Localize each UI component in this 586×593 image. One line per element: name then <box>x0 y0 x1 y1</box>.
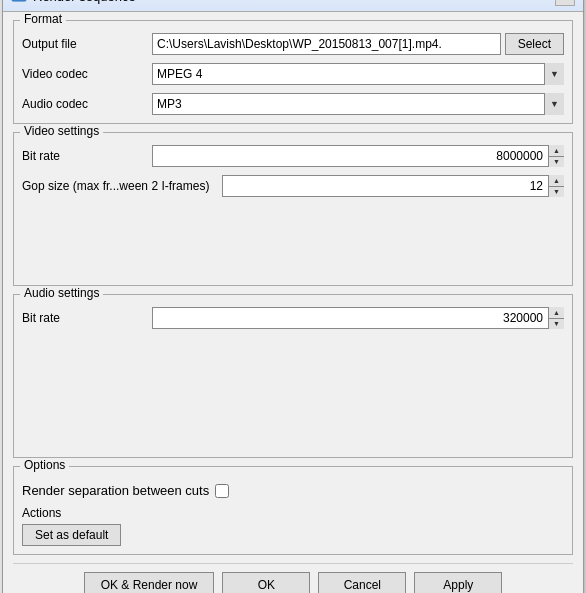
title-bar-left: Render sequence <box>11 0 136 4</box>
audio-bit-rate-label: Bit rate <box>22 311 152 325</box>
output-file-row: Output file Select <box>22 33 564 55</box>
content-area: Format Output file Select Video codec MP… <box>3 12 583 593</box>
apply-button[interactable]: Apply <box>414 572 502 593</box>
audio-settings-label: Audio settings <box>20 286 103 300</box>
video-bit-rate-spinner: ▲ ▼ <box>548 145 564 167</box>
select-button[interactable]: Select <box>505 33 564 55</box>
actions-label: Actions <box>22 506 564 520</box>
gop-size-up[interactable]: ▲ <box>549 175 564 187</box>
audio-codec-dropdown-wrap: MP3 ▼ <box>152 93 564 115</box>
audio-bit-rate-input[interactable] <box>152 307 564 329</box>
audio-bit-rate-wrap: ▲ ▼ <box>152 307 564 329</box>
window-title: Render sequence <box>33 0 136 4</box>
audio-settings-spacer <box>22 329 564 449</box>
video-bit-rate-label: Bit rate <box>22 149 152 163</box>
audio-codec-dropdown[interactable]: MP3 <box>152 93 564 115</box>
options-group: Options Render separation between cuts A… <box>13 466 573 555</box>
video-bit-rate-input[interactable] <box>152 145 564 167</box>
video-bit-rate-wrap: ▲ ▼ <box>152 145 564 167</box>
render-separation-checkbox[interactable] <box>215 484 229 498</box>
audio-bit-rate-up[interactable]: ▲ <box>549 307 564 319</box>
window-icon <box>11 0 27 4</box>
ok-button[interactable]: OK <box>222 572 310 593</box>
audio-bit-rate-row: Bit rate ▲ ▼ <box>22 307 564 329</box>
ok-render-button[interactable]: OK & Render now <box>84 572 215 593</box>
gop-size-label: Gop size (max fr...ween 2 I-frames) <box>22 179 222 193</box>
video-bit-rate-row: Bit rate ▲ ▼ <box>22 145 564 167</box>
video-codec-row: Video codec MPEG 4 ▼ <box>22 63 564 85</box>
format-group-label: Format <box>20 12 66 26</box>
video-settings-group: Video settings Bit rate ▲ ▼ Gop size (ma… <box>13 132 573 286</box>
output-file-input-wrap: Select <box>152 33 564 55</box>
gop-size-row: Gop size (max fr...ween 2 I-frames) ▲ ▼ <box>22 175 564 197</box>
video-codec-label: Video codec <box>22 67 152 81</box>
render-separation-row: Render separation between cuts <box>22 483 564 498</box>
output-file-label: Output file <box>22 37 152 51</box>
audio-bit-rate-down[interactable]: ▼ <box>549 319 564 330</box>
render-separation-label: Render separation between cuts <box>22 483 209 498</box>
output-file-input[interactable] <box>152 33 501 55</box>
gop-size-wrap: ▲ ▼ <box>222 175 564 197</box>
options-inner: Render separation between cuts Actions S… <box>22 471 564 546</box>
video-settings-spacer <box>22 197 564 277</box>
video-settings-label: Video settings <box>20 124 103 138</box>
title-bar: Render sequence ✕ <box>3 0 583 12</box>
render-sequence-window: Render sequence ✕ Format Output file Sel… <box>2 0 584 593</box>
set-as-default-button[interactable]: Set as default <box>22 524 121 546</box>
audio-codec-label: Audio codec <box>22 97 152 111</box>
footer-buttons: OK & Render now OK Cancel Apply <box>13 563 573 593</box>
audio-codec-row: Audio codec MP3 ▼ <box>22 93 564 115</box>
svg-rect-0 <box>12 0 26 1</box>
video-bit-rate-up[interactable]: ▲ <box>549 145 564 157</box>
close-button[interactable]: ✕ <box>555 0 575 6</box>
audio-settings-group: Audio settings Bit rate ▲ ▼ <box>13 294 573 458</box>
gop-size-input[interactable] <box>222 175 564 197</box>
audio-bit-rate-spinner: ▲ ▼ <box>548 307 564 329</box>
gop-size-spinner: ▲ ▼ <box>548 175 564 197</box>
options-label: Options <box>20 458 69 472</box>
video-codec-dropdown-wrap: MPEG 4 ▼ <box>152 63 564 85</box>
video-codec-dropdown[interactable]: MPEG 4 <box>152 63 564 85</box>
actions-section: Actions Set as default <box>22 506 564 546</box>
cancel-button[interactable]: Cancel <box>318 572 406 593</box>
video-bit-rate-down[interactable]: ▼ <box>549 157 564 168</box>
gop-size-down[interactable]: ▼ <box>549 187 564 198</box>
format-group: Format Output file Select Video codec MP… <box>13 20 573 124</box>
